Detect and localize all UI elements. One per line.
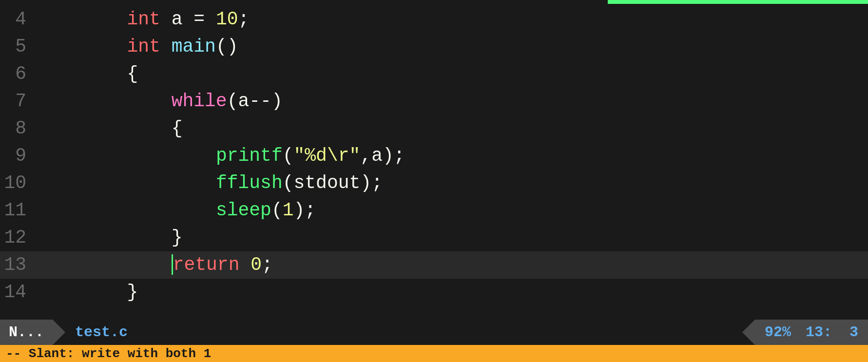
status-position: 13: 3: [806, 324, 858, 341]
status-right-arrow: [742, 320, 755, 345]
status-filename: test.c: [65, 324, 137, 341]
line-content-14: }: [34, 251, 868, 320]
code-area[interactable]: 4 int a = 10; 5 int main() 6 { 7 while(a…: [0, 4, 868, 320]
line-number-12: 12: [0, 224, 34, 251]
line-number-6: 6: [0, 60, 34, 88]
line-number-9: 9: [0, 142, 34, 170]
cursor: [172, 254, 173, 275]
status-right: 92% 13: 3: [742, 320, 868, 345]
line-number-5: 5: [0, 33, 34, 60]
line-number-11: 11: [0, 197, 34, 224]
bottom-bar: -- Slant: write with both 1: [0, 345, 868, 362]
bottom-bar-text: -- Slant: write with both 1: [6, 346, 211, 361]
line-number-14: 14: [0, 279, 34, 306]
line-number-8: 8: [0, 115, 34, 142]
top-indicator-bar: [0, 0, 868, 4]
status-mode: N...: [0, 320, 53, 345]
line-number-13: 13: [0, 251, 34, 279]
editor-container: 4 int a = 10; 5 int main() 6 { 7 while(a…: [0, 0, 868, 362]
status-mode-arrow: [53, 320, 65, 345]
status-zoom: 92%: [765, 324, 791, 341]
line-number-4: 4: [0, 6, 34, 33]
status-bar: N... test.c 92% 13: 3: [0, 320, 868, 345]
line-number-7: 7: [0, 88, 34, 115]
code-line-14: 14 }: [0, 279, 868, 306]
line-number-10: 10: [0, 170, 34, 197]
token: }: [127, 282, 138, 303]
status-right-block: 92% 13: 3: [755, 320, 868, 345]
status-left: N... test.c: [0, 320, 137, 345]
